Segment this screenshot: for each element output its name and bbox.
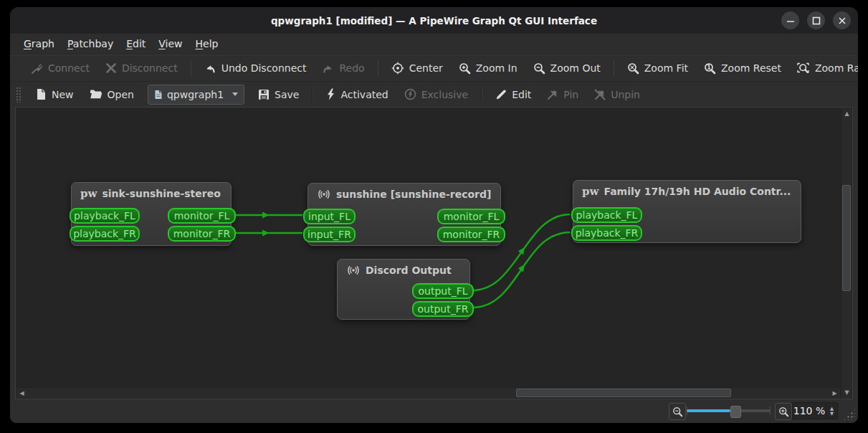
undo-icon [204,62,216,74]
wire-arrow-icon [262,230,270,237]
node-family-hd-audio[interactable]: pw Family 17h/19h HD Audio Contr... play… [573,180,801,243]
new-file-icon [36,88,47,100]
scroll-down-icon[interactable]: ▼ [841,387,852,398]
statusbar-zoom-out-button[interactable] [669,403,686,420]
menu-view[interactable]: View [152,36,189,52]
exclusive-button[interactable]: Exclusive [396,85,476,104]
close-button[interactable] [833,11,851,29]
node-title: Discord Output [366,265,452,276]
spin-up-icon[interactable]: ▲ [830,406,834,411]
pin-button[interactable]: Pin [539,85,586,104]
node-sink-sunshine-stereo[interactable]: pw sink-sunshine-stereo playback_FL play… [71,182,232,246]
disconnect-button[interactable]: Disconnect [97,59,186,77]
zoom-percent-value: 110 % [793,405,826,417]
edit-pencil-icon [495,89,507,100]
toolbar-drag-handle[interactable] [16,87,21,103]
chevron-down-icon [232,92,238,96]
zoom-reset-button[interactable]: 1 Zoom Reset [696,59,789,78]
wire-arrow-icon [262,212,270,219]
port-input[interactable]: input_FR [303,227,356,242]
port-input[interactable]: playback_FL [571,207,642,223]
toolbar-patchbay: New Open qpwgraph1 Save Activated Exclus… [10,81,858,107]
zoom-range-button[interactable]: Zoom Range [789,59,858,78]
port-output[interactable]: monitor_FR [437,227,505,242]
zoom-slider-handle[interactable] [730,406,741,418]
zoom-in-button[interactable]: Zoom In [451,59,525,78]
scroll-up-icon[interactable]: ▲ [841,108,852,119]
node-title: sink-sunshine-stereo [102,188,220,199]
spin-down-icon[interactable]: ▼ [830,411,834,416]
window-title: qpwgraph1 [modified] — A PipeWire Graph … [271,15,597,27]
port-output[interactable]: monitor_FR [168,226,236,242]
zoom-range-icon [797,62,810,75]
open-button[interactable]: Open [82,85,142,104]
vertical-scrollbar-thumb[interactable] [842,185,851,291]
unpin-button[interactable]: Unpin [586,85,648,104]
connections-layer [16,108,852,399]
horizontal-scrollbar[interactable]: ◀ ▶ [16,387,840,398]
port-output[interactable]: monitor_FL [437,209,505,224]
zoom-out-icon [672,406,683,417]
statusbar-zoom-in-button[interactable] [775,403,792,420]
activated-button[interactable]: Activated [318,85,396,104]
menu-edit[interactable]: Edit [120,36,152,52]
maximize-button[interactable] [807,11,825,29]
port-input[interactable]: playback_FL [70,208,140,224]
close-icon [834,12,851,29]
save-icon [258,89,270,100]
toolbar-separator [614,60,614,76]
app-window: qpwgraph1 [modified] — A PipeWire Graph … [10,7,858,423]
port-input[interactable]: playback_FR [70,226,140,242]
scroll-right-icon[interactable]: ▶ [829,388,840,399]
spinbox-arrows[interactable]: ▲ ▼ [826,403,837,419]
edit-button[interactable]: Edit [487,85,539,104]
node-sunshine-record[interactable]: sunshine [sunshine-record] input_FL inpu… [307,183,501,246]
stream-icon [317,189,331,200]
session-combobox[interactable]: qpwgraph1 [148,85,244,105]
redo-button[interactable]: Redo [314,59,372,77]
minimize-icon [782,12,799,29]
toolbar-main: Connect Disconnect Undo Disconnect Redo … [10,54,858,81]
port-input[interactable]: input_FL [303,209,356,224]
port-output[interactable]: output_FL [412,283,474,299]
menu-help[interactable]: Help [189,36,225,52]
zoom-out-icon [533,62,545,75]
minimize-button[interactable] [781,11,799,29]
svg-text:1: 1 [707,64,711,70]
node-discord-output[interactable]: Discord Output output_FL output_FR [337,259,470,320]
horizontal-scrollbar-thumb[interactable] [516,389,731,397]
pipewire-icon: pw [80,189,97,199]
port-input[interactable]: playback_FR [571,225,642,241]
node-title: sunshine [sunshine-record] [336,189,491,200]
undo-disconnect-button[interactable]: Undo Disconnect [196,59,315,77]
connect-button[interactable]: Connect [23,59,97,78]
toolbar-separator [481,87,482,103]
port-output[interactable]: monitor_FL [168,208,236,224]
open-folder-icon [90,89,102,100]
node-title: Family 17h/19h HD Audio Contr... [604,186,791,197]
scroll-left-icon[interactable]: ◀ [16,388,27,399]
menu-patchbay[interactable]: Patchbay [61,36,120,52]
zoom-out-button[interactable]: Zoom Out [525,59,609,78]
vertical-scrollbar[interactable]: ▲ ▼ [841,108,852,398]
zoom-percent-spinbox[interactable]: 110 % ▲ ▼ [792,402,838,419]
save-button[interactable]: Save [250,85,307,104]
titlebar[interactable]: qpwgraph1 [modified] — A PipeWire Graph … [10,7,858,34]
zoom-fit-icon [627,62,639,75]
graph-canvas[interactable]: pw sink-sunshine-stereo playback_FL play… [15,107,853,399]
zoom-in-icon [778,406,789,417]
toolbar-separator [312,87,313,103]
window-resize-grip[interactable] [843,408,855,420]
port-output[interactable]: output_FR [412,301,474,317]
new-button[interactable]: New [28,85,82,104]
menu-graph[interactable]: Graph [17,36,61,52]
zoom-reset-icon: 1 [704,62,716,75]
disconnect-icon [105,62,117,74]
center-button[interactable]: Center [383,58,451,78]
zoom-fit-button[interactable]: Zoom Fit [619,59,696,78]
window-controls [781,11,851,29]
toolbar-separator [378,60,378,76]
patchbay-file-icon [154,90,163,100]
activated-bolt-icon [326,88,335,100]
exclusive-bolt-icon [404,88,416,100]
